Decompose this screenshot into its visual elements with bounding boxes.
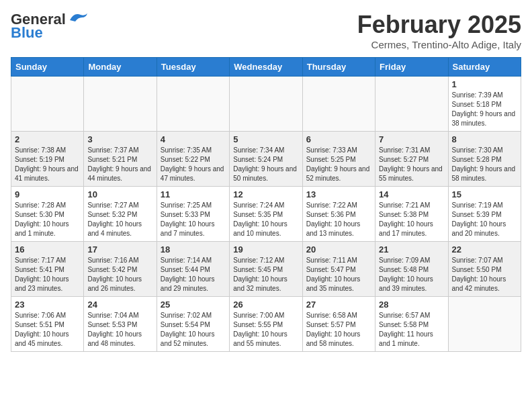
calendar-week-1: 1Sunrise: 7:39 AM Sunset: 5:18 PM Daylig… xyxy=(11,77,521,132)
col-thursday: Thursday xyxy=(302,58,375,77)
table-row: 4Sunrise: 7:35 AM Sunset: 5:22 PM Daylig… xyxy=(157,132,229,187)
table-row xyxy=(157,77,229,132)
calendar-week-3: 9Sunrise: 7:28 AM Sunset: 5:30 PM Daylig… xyxy=(11,187,521,242)
day-info: Sunrise: 7:38 AM Sunset: 5:19 PM Dayligh… xyxy=(15,146,80,183)
logo: General Blue xyxy=(11,11,89,42)
table-row xyxy=(375,77,448,132)
day-info: Sunrise: 7:39 AM Sunset: 5:18 PM Dayligh… xyxy=(452,91,517,128)
calendar-week-4: 16Sunrise: 7:17 AM Sunset: 5:41 PM Dayli… xyxy=(11,242,521,297)
day-number: 25 xyxy=(161,300,226,310)
day-info: Sunrise: 7:37 AM Sunset: 5:21 PM Dayligh… xyxy=(87,146,152,183)
calendar-week-2: 2Sunrise: 7:38 AM Sunset: 5:19 PM Daylig… xyxy=(11,132,521,187)
table-row: 28Sunrise: 6:57 AM Sunset: 5:58 PM Dayli… xyxy=(375,297,448,352)
table-row: 14Sunrise: 7:21 AM Sunset: 5:38 PM Dayli… xyxy=(375,187,448,242)
day-number: 27 xyxy=(306,300,371,310)
day-number: 10 xyxy=(87,189,152,199)
table-row: 1Sunrise: 7:39 AM Sunset: 5:18 PM Daylig… xyxy=(448,77,521,132)
calendar-header-row: Sunday Monday Tuesday Wednesday Thursday… xyxy=(11,58,521,77)
table-row: 13Sunrise: 7:22 AM Sunset: 5:36 PM Dayli… xyxy=(302,187,375,242)
day-number: 8 xyxy=(452,134,517,144)
day-info: Sunrise: 7:31 AM Sunset: 5:27 PM Dayligh… xyxy=(379,146,444,183)
day-number: 3 xyxy=(87,134,152,144)
day-info: Sunrise: 7:02 AM Sunset: 5:54 PM Dayligh… xyxy=(161,311,226,349)
day-number: 11 xyxy=(161,189,226,199)
day-number: 7 xyxy=(379,134,444,144)
day-number: 2 xyxy=(15,134,80,144)
table-row: 17Sunrise: 7:16 AM Sunset: 5:42 PM Dayli… xyxy=(84,242,157,297)
day-info: Sunrise: 7:34 AM Sunset: 5:24 PM Dayligh… xyxy=(233,146,298,183)
table-row: 7Sunrise: 7:31 AM Sunset: 5:27 PM Daylig… xyxy=(375,132,448,187)
day-number: 20 xyxy=(306,244,371,255)
day-info: Sunrise: 6:57 AM Sunset: 5:58 PM Dayligh… xyxy=(379,311,444,349)
table-row: 5Sunrise: 7:34 AM Sunset: 5:24 PM Daylig… xyxy=(230,132,302,187)
day-info: Sunrise: 7:30 AM Sunset: 5:28 PM Dayligh… xyxy=(452,146,517,183)
table-row: 16Sunrise: 7:17 AM Sunset: 5:41 PM Dayli… xyxy=(11,242,84,297)
day-info: Sunrise: 7:17 AM Sunset: 5:41 PM Dayligh… xyxy=(15,256,80,293)
day-info: Sunrise: 7:11 AM Sunset: 5:47 PM Dayligh… xyxy=(306,256,371,293)
col-tuesday: Tuesday xyxy=(157,58,229,77)
table-row: 20Sunrise: 7:11 AM Sunset: 5:47 PM Dayli… xyxy=(302,242,375,297)
day-number: 21 xyxy=(379,244,444,255)
day-info: Sunrise: 7:24 AM Sunset: 5:35 PM Dayligh… xyxy=(233,201,298,238)
day-info: Sunrise: 7:28 AM Sunset: 5:30 PM Dayligh… xyxy=(15,201,80,238)
day-number: 15 xyxy=(452,189,517,199)
day-info: Sunrise: 7:07 AM Sunset: 5:50 PM Dayligh… xyxy=(452,256,517,293)
table-row xyxy=(230,77,302,132)
day-number: 24 xyxy=(87,300,152,310)
day-number: 13 xyxy=(306,189,371,199)
table-row xyxy=(11,77,84,132)
day-number: 17 xyxy=(87,244,152,255)
table-row: 18Sunrise: 7:14 AM Sunset: 5:44 PM Dayli… xyxy=(157,242,229,297)
day-info: Sunrise: 7:12 AM Sunset: 5:45 PM Dayligh… xyxy=(233,256,298,293)
calendar-table: Sunday Monday Tuesday Wednesday Thursday… xyxy=(11,57,521,352)
table-row: 11Sunrise: 7:25 AM Sunset: 5:33 PM Dayli… xyxy=(157,187,229,242)
logo-blue-text: Blue xyxy=(11,24,43,42)
day-info: Sunrise: 7:35 AM Sunset: 5:22 PM Dayligh… xyxy=(161,146,226,183)
day-number: 12 xyxy=(233,189,298,199)
day-number: 26 xyxy=(233,300,298,310)
day-info: Sunrise: 7:22 AM Sunset: 5:36 PM Dayligh… xyxy=(306,201,371,238)
day-number: 14 xyxy=(379,189,444,199)
table-row xyxy=(448,297,521,352)
day-number: 23 xyxy=(15,300,80,310)
table-row: 21Sunrise: 7:09 AM Sunset: 5:48 PM Dayli… xyxy=(375,242,448,297)
day-number: 1 xyxy=(452,79,517,89)
day-info: Sunrise: 7:25 AM Sunset: 5:33 PM Dayligh… xyxy=(161,201,226,238)
table-row: 10Sunrise: 7:27 AM Sunset: 5:32 PM Dayli… xyxy=(84,187,157,242)
day-info: Sunrise: 7:14 AM Sunset: 5:44 PM Dayligh… xyxy=(161,256,226,293)
table-row: 15Sunrise: 7:19 AM Sunset: 5:39 PM Dayli… xyxy=(448,187,521,242)
table-row xyxy=(84,77,157,132)
day-number: 5 xyxy=(233,134,298,144)
table-row: 9Sunrise: 7:28 AM Sunset: 5:30 PM Daylig… xyxy=(11,187,84,242)
day-info: Sunrise: 7:06 AM Sunset: 5:51 PM Dayligh… xyxy=(15,311,80,349)
table-row: 12Sunrise: 7:24 AM Sunset: 5:35 PM Dayli… xyxy=(230,187,302,242)
table-row: 6Sunrise: 7:33 AM Sunset: 5:25 PM Daylig… xyxy=(302,132,375,187)
day-info: Sunrise: 7:21 AM Sunset: 5:38 PM Dayligh… xyxy=(379,201,444,238)
table-row xyxy=(302,77,375,132)
day-number: 16 xyxy=(15,244,80,255)
col-saturday: Saturday xyxy=(448,58,521,77)
day-info: Sunrise: 6:58 AM Sunset: 5:57 PM Dayligh… xyxy=(306,311,371,349)
day-number: 19 xyxy=(233,244,298,255)
col-friday: Friday xyxy=(375,58,448,77)
day-info: Sunrise: 7:00 AM Sunset: 5:55 PM Dayligh… xyxy=(233,311,298,349)
month-year-title: February 2025 xyxy=(357,11,521,39)
table-row: 26Sunrise: 7:00 AM Sunset: 5:55 PM Dayli… xyxy=(230,297,302,352)
logo-bird-icon xyxy=(67,11,89,26)
day-number: 28 xyxy=(379,300,444,310)
calendar-week-5: 23Sunrise: 7:06 AM Sunset: 5:51 PM Dayli… xyxy=(11,297,521,352)
day-info: Sunrise: 7:09 AM Sunset: 5:48 PM Dayligh… xyxy=(379,256,444,293)
table-row: 27Sunrise: 6:58 AM Sunset: 5:57 PM Dayli… xyxy=(302,297,375,352)
table-row: 23Sunrise: 7:06 AM Sunset: 5:51 PM Dayli… xyxy=(11,297,84,352)
page-header: General Blue February 2025 Cermes, Trent… xyxy=(11,11,521,50)
day-info: Sunrise: 7:04 AM Sunset: 5:53 PM Dayligh… xyxy=(87,311,152,349)
table-row: 24Sunrise: 7:04 AM Sunset: 5:53 PM Dayli… xyxy=(84,297,157,352)
title-block: February 2025 Cermes, Trentino-Alto Adig… xyxy=(357,11,521,50)
location-subtitle: Cermes, Trentino-Alto Adige, Italy xyxy=(357,39,521,50)
table-row: 2Sunrise: 7:38 AM Sunset: 5:19 PM Daylig… xyxy=(11,132,84,187)
table-row: 22Sunrise: 7:07 AM Sunset: 5:50 PM Dayli… xyxy=(448,242,521,297)
table-row: 8Sunrise: 7:30 AM Sunset: 5:28 PM Daylig… xyxy=(448,132,521,187)
day-info: Sunrise: 7:16 AM Sunset: 5:42 PM Dayligh… xyxy=(87,256,152,293)
day-info: Sunrise: 7:27 AM Sunset: 5:32 PM Dayligh… xyxy=(87,201,152,238)
day-number: 6 xyxy=(306,134,371,144)
